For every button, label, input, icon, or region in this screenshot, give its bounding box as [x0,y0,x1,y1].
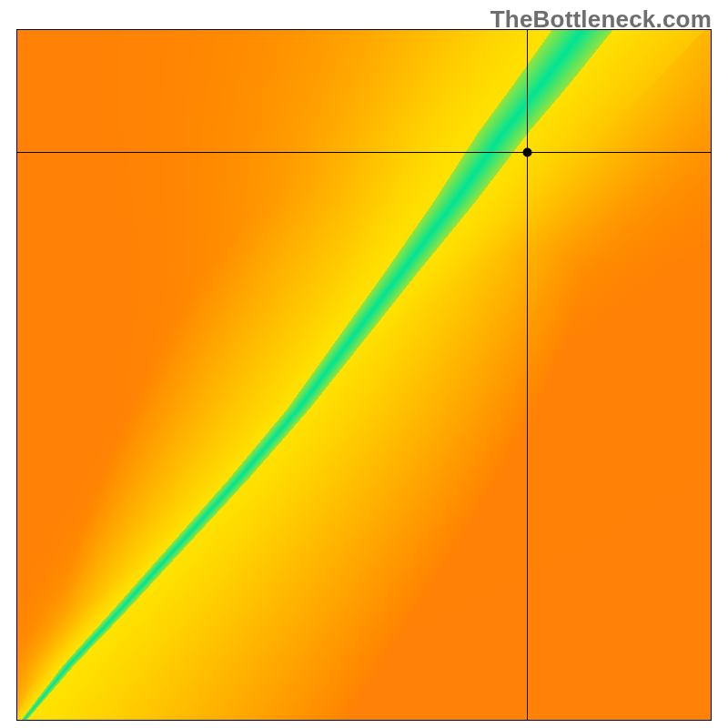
heatmap-plot [16,29,712,721]
heatmap-canvas [16,29,712,721]
